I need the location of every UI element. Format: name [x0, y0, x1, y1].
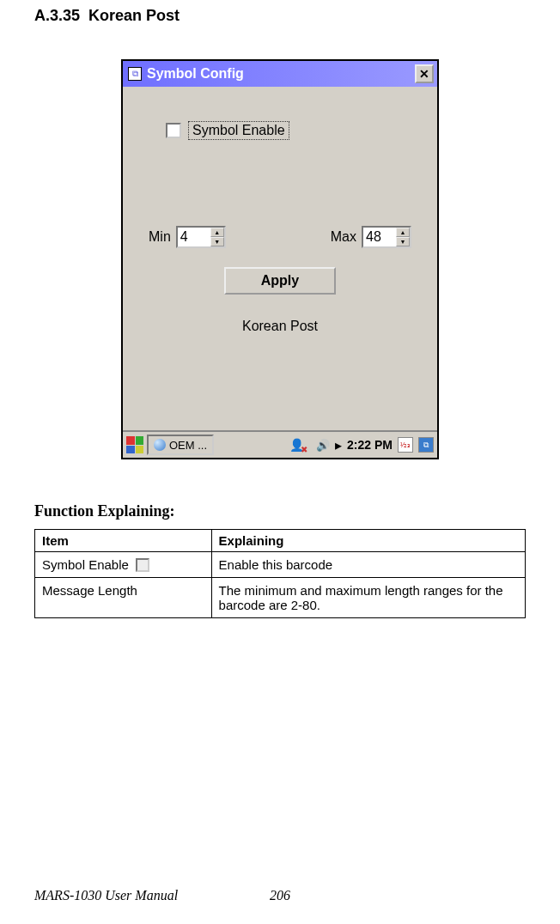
taskbar-task-label: OEM ...: [169, 439, 207, 452]
item-label: Message Length: [35, 578, 212, 618]
max-up-button[interactable]: ▲: [396, 228, 410, 237]
explaining-cell: Enable this barcode: [211, 552, 525, 578]
dialog-caption: Korean Post: [140, 319, 420, 334]
min-group: Min 4 ▲ ▼: [149, 226, 226, 248]
apply-button[interactable]: Apply: [224, 267, 336, 295]
window-title: Symbol Config: [147, 66, 244, 82]
min-value[interactable]: 4: [178, 228, 210, 246]
max-spinner[interactable]: 48 ▲ ▼: [362, 226, 411, 248]
max-label: Max: [331, 229, 356, 245]
section-title: Korean Post: [88, 7, 180, 24]
globe-icon: [154, 439, 166, 451]
table-row: Symbol Enable Enable this barcode: [35, 552, 526, 578]
connection-icon[interactable]: ▸: [335, 437, 342, 453]
taskbar: OEM ... 👤✖ 🔊 ▸ 2:22 PM ¹⁄₂₃ ⧉: [123, 430, 437, 458]
start-button[interactable]: [126, 436, 143, 453]
function-heading: Function Explaining:: [34, 502, 526, 520]
symbol-enable-checkbox[interactable]: [166, 123, 181, 138]
taskbar-task-oem[interactable]: OEM ...: [147, 435, 214, 455]
titlebar: ⧉ Symbol Config ✕: [123, 61, 437, 87]
footer-page-number: 206: [270, 888, 290, 903]
symbol-config-window: ⧉ Symbol Config ✕ Symbol Enable Min 4: [121, 59, 439, 459]
desktop-icon[interactable]: ⧉: [418, 437, 434, 453]
page-footer: MARS-1030 User Manual 206: [34, 888, 526, 903]
section-number: A.3.35: [34, 7, 80, 24]
item-label: Symbol Enable: [42, 557, 129, 572]
table-header-explaining: Explaining: [211, 530, 525, 552]
min-down-button[interactable]: ▼: [210, 237, 224, 246]
table-row: Message Length The minimum and maximum l…: [35, 578, 526, 618]
close-icon: ✕: [419, 67, 429, 81]
table-header-item: Item: [35, 530, 212, 552]
min-max-row: Min 4 ▲ ▼ Max 48: [140, 226, 420, 248]
window-icon: ⧉: [128, 67, 142, 81]
system-tray: 👤✖ 🔊 ▸ 2:22 PM ¹⁄₂₃ ⧉: [289, 437, 434, 453]
min-up-button[interactable]: ▲: [210, 228, 224, 237]
apply-button-label: Apply: [261, 273, 299, 289]
max-group: Max 48 ▲ ▼: [331, 226, 411, 248]
speaker-icon[interactable]: 🔊: [316, 439, 330, 452]
dialog-body: Symbol Enable Min 4 ▲ ▼: [123, 87, 437, 430]
checkbox-icon: [136, 558, 149, 572]
min-spinner[interactable]: 4 ▲ ▼: [176, 226, 226, 248]
max-down-button[interactable]: ▼: [396, 237, 410, 246]
close-button[interactable]: ✕: [415, 64, 434, 83]
min-label: Min: [149, 229, 171, 245]
user-icon[interactable]: 👤✖: [289, 437, 311, 453]
calendar-icon[interactable]: ¹⁄₂₃: [398, 437, 413, 453]
max-value[interactable]: 48: [363, 228, 396, 246]
function-table: Item Explaining Symbol Enable Enable thi…: [34, 529, 526, 618]
symbol-enable-row: Symbol Enable: [166, 121, 420, 140]
section-heading: A.3.35 Korean Post: [34, 7, 526, 25]
explaining-cell: The minimum and maximum length ranges fo…: [211, 578, 525, 618]
symbol-enable-label: Symbol Enable: [188, 121, 289, 140]
clock[interactable]: 2:22 PM: [347, 438, 393, 452]
footer-manual-name: MARS-1030 User Manual: [34, 888, 178, 903]
